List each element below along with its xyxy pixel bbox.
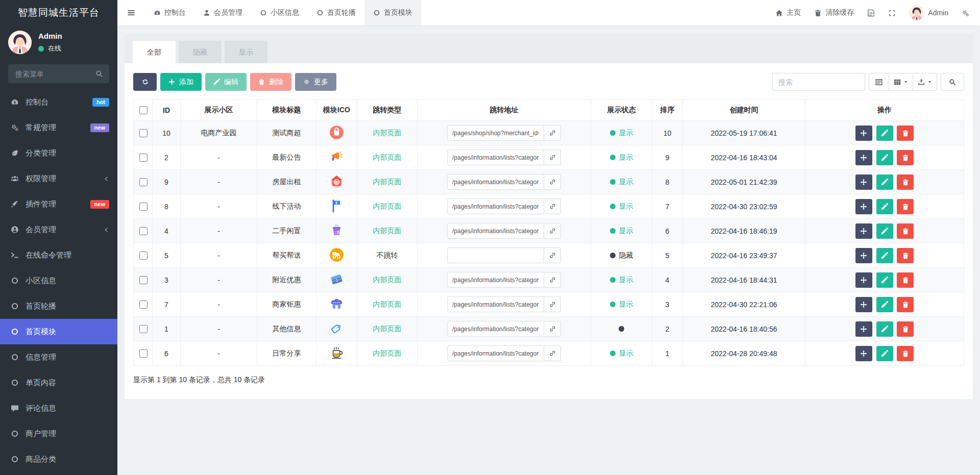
edit-row-button[interactable] xyxy=(876,150,893,165)
delete-row-button[interactable] xyxy=(897,174,914,190)
menu-search-input[interactable] xyxy=(8,64,109,83)
filter-tab-hidden[interactable]: 隐藏 xyxy=(179,41,222,63)
sidebar-item-merchant[interactable]: 商户管理 xyxy=(0,421,117,446)
nav-tab-member[interactable]: 会员管理 xyxy=(194,0,251,26)
columns-button[interactable] xyxy=(889,73,913,91)
sidebar-item-auth[interactable]: 权限管理 xyxy=(0,166,117,191)
sidebar-item-comments[interactable]: 评论信息 xyxy=(0,395,117,421)
column-header[interactable]: 创建时间 xyxy=(683,100,805,121)
search-button[interactable] xyxy=(941,73,964,91)
move-button[interactable] xyxy=(855,150,872,165)
row-checkbox[interactable] xyxy=(139,301,148,309)
link-button[interactable] xyxy=(544,296,561,312)
delete-row-button[interactable] xyxy=(897,126,914,141)
jump-url-input[interactable] xyxy=(447,174,544,190)
jump-url-input[interactable] xyxy=(447,296,544,312)
row-checkbox[interactable] xyxy=(139,252,148,260)
sidebar-item-general[interactable]: 常规管理 new xyxy=(0,115,117,140)
jump-url-input[interactable] xyxy=(447,223,544,239)
row-checkbox[interactable] xyxy=(139,129,148,137)
detail-view-button[interactable] xyxy=(869,73,889,91)
move-button[interactable] xyxy=(855,272,872,288)
sidebar-item-addon[interactable]: 插件管理 new xyxy=(0,191,117,217)
edit-row-button[interactable] xyxy=(876,174,893,190)
column-header[interactable]: ID xyxy=(153,100,181,121)
row-checkbox[interactable] xyxy=(139,349,148,358)
sidebar-item-goods-category[interactable]: 商品分类 xyxy=(0,446,117,472)
column-header[interactable]: 跳转地址 xyxy=(418,100,591,121)
link-button[interactable] xyxy=(544,247,561,263)
select-all-checkbox[interactable] xyxy=(139,106,148,114)
sidebar-item-community[interactable]: 小区信息 xyxy=(0,268,117,293)
jump-url-input[interactable] xyxy=(447,125,544,141)
edit-row-button[interactable] xyxy=(876,223,893,239)
edit-row-button[interactable] xyxy=(876,297,893,312)
jump-url-input[interactable] xyxy=(447,247,544,263)
refresh-button[interactable] xyxy=(133,73,157,91)
admin-user-menu[interactable]: Admin xyxy=(902,0,955,26)
home-link[interactable]: 主页 xyxy=(769,0,807,26)
delete-row-button[interactable] xyxy=(897,346,914,361)
delete-row-button[interactable] xyxy=(897,248,914,263)
export-button[interactable] xyxy=(913,73,937,91)
delete-row-button[interactable] xyxy=(897,150,914,165)
sidebar-item-member[interactable]: 会员管理 xyxy=(0,217,117,242)
link-button[interactable] xyxy=(544,223,561,239)
more-button[interactable]: 更多 xyxy=(295,73,336,91)
link-button[interactable] xyxy=(544,174,561,190)
column-header[interactable]: 模块标题 xyxy=(257,100,316,121)
jump-url-input[interactable] xyxy=(447,321,544,337)
move-button[interactable] xyxy=(855,174,872,190)
add-button[interactable]: 添加 xyxy=(160,73,202,91)
move-button[interactable] xyxy=(855,297,872,312)
jump-url-input[interactable] xyxy=(447,149,544,165)
edit-row-button[interactable] xyxy=(876,346,893,361)
column-header[interactable]: 模块ICO xyxy=(316,100,357,121)
nav-tab-home-module[interactable]: 首页模块 xyxy=(364,0,421,26)
edit-button[interactable]: 编辑 xyxy=(205,73,247,91)
clear-cache-button[interactable]: 清除缓存 xyxy=(807,0,861,26)
move-button[interactable] xyxy=(855,321,872,337)
settings-button[interactable] xyxy=(955,0,976,26)
sidebar-item-home-module[interactable]: 首页模块 xyxy=(0,319,117,344)
nav-tab-banner[interactable]: 首页轮播 xyxy=(308,0,364,26)
link-button[interactable] xyxy=(544,149,561,165)
row-checkbox[interactable] xyxy=(139,227,148,235)
sidebar-item-dashboard[interactable]: 控制台 hot xyxy=(0,89,117,115)
column-header[interactable]: 跳转类型 xyxy=(357,100,418,121)
sidebar-item-command[interactable]: 在线命令管理 xyxy=(0,242,117,268)
column-header[interactable]: 展示状态 xyxy=(591,100,652,121)
row-checkbox[interactable] xyxy=(139,203,148,211)
sidebar-item-banner[interactable]: 首页轮播 xyxy=(0,293,117,319)
hamburger-menu-icon[interactable] xyxy=(117,0,145,26)
link-button[interactable] xyxy=(544,272,561,288)
column-header[interactable]: 展示小区 xyxy=(181,100,257,121)
move-button[interactable] xyxy=(855,199,872,214)
filter-tab-shown[interactable]: 显示 xyxy=(225,41,267,63)
jump-url-input[interactable] xyxy=(447,345,544,361)
table-search-input[interactable] xyxy=(772,73,865,91)
row-checkbox[interactable] xyxy=(139,154,148,162)
move-button[interactable] xyxy=(855,346,872,361)
filter-tab-all[interactable]: 全部 xyxy=(133,41,176,63)
sidebar-item-information[interactable]: 信息管理 xyxy=(0,344,117,370)
edit-row-button[interactable] xyxy=(876,272,893,288)
column-header[interactable]: 排序 xyxy=(652,100,683,121)
row-checkbox[interactable] xyxy=(139,276,148,284)
edit-row-button[interactable] xyxy=(876,199,893,214)
link-button[interactable] xyxy=(544,345,561,361)
row-checkbox[interactable] xyxy=(139,178,148,186)
move-button[interactable] xyxy=(855,126,872,141)
nav-tab-community[interactable]: 小区信息 xyxy=(251,0,308,26)
link-button[interactable] xyxy=(544,125,561,141)
avatar[interactable] xyxy=(8,31,32,54)
jump-url-input[interactable] xyxy=(447,198,544,214)
jump-url-input[interactable] xyxy=(447,272,544,288)
delete-button[interactable]: 删除 xyxy=(250,73,291,91)
edit-row-button[interactable] xyxy=(876,126,893,141)
move-button[interactable] xyxy=(855,223,872,239)
sidebar-item-single-page[interactable]: 单页内容 xyxy=(0,370,117,395)
link-button[interactable] xyxy=(544,321,561,337)
nav-tab-dashboard[interactable]: 控制台 xyxy=(145,0,194,26)
column-header[interactable]: 操作 xyxy=(805,100,964,121)
